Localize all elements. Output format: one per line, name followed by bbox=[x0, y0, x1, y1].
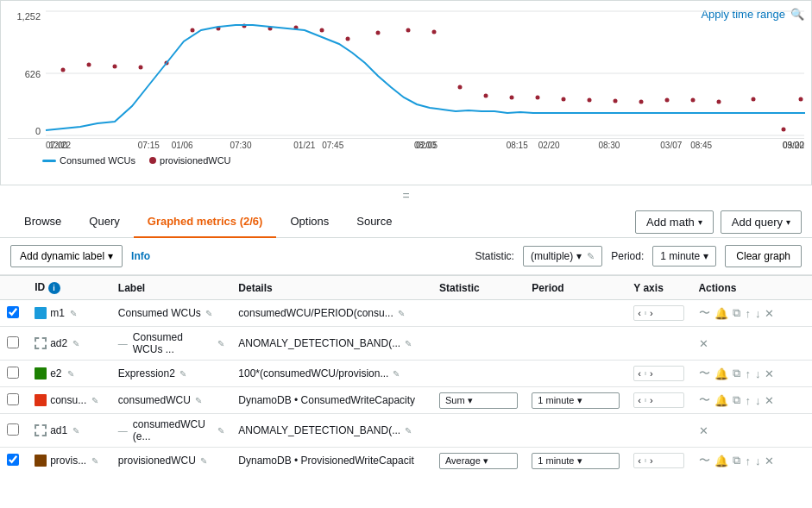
math-icon[interactable]: 〜 bbox=[698, 392, 711, 409]
arrow-down-icon[interactable]: ↓ bbox=[754, 454, 762, 468]
svg-point-5 bbox=[113, 65, 117, 69]
legend-consumed-wcus: Consumed WCUs bbox=[42, 155, 135, 166]
id-edit-icon[interactable]: ✎ bbox=[72, 339, 79, 348]
label-edit-icon[interactable]: ✎ bbox=[195, 396, 202, 405]
main-chart-svg bbox=[46, 11, 804, 136]
copy-icon[interactable]: ⧉ bbox=[732, 392, 741, 408]
arrow-up-icon[interactable]: ↑ bbox=[744, 393, 752, 408]
row-action-icons: 〜🔔⧉↑↓✕ bbox=[698, 392, 805, 409]
close-icon[interactable]: ✕ bbox=[698, 423, 709, 438]
copy-icon[interactable]: ⧉ bbox=[732, 366, 741, 381]
row-action-icons: 〜🔔⧉↑↓✕ bbox=[698, 304, 805, 322]
yaxis-right-icon: › bbox=[646, 393, 657, 407]
svg-point-23 bbox=[588, 98, 592, 103]
bell-icon[interactable]: 🔔 bbox=[714, 393, 729, 408]
id-info-icon: i bbox=[48, 282, 60, 294]
row-period-select[interactable]: 1 minute▾ bbox=[532, 392, 620, 409]
row-action-icons: ✕ bbox=[698, 423, 805, 438]
label-edit-icon[interactable]: ✎ bbox=[217, 339, 224, 348]
browse-tab[interactable]: Browse bbox=[10, 206, 75, 238]
label-edit-icon[interactable]: ✎ bbox=[205, 309, 212, 318]
id-edit-icon[interactable]: ✎ bbox=[91, 396, 98, 405]
row-checkbox[interactable] bbox=[7, 306, 19, 318]
table-row: ad2✎—Consumed WCUs ...✎ANOMALY_DETECTION… bbox=[0, 327, 812, 361]
row-statistic-select[interactable]: Sum▾ bbox=[439, 392, 518, 409]
arrow-up-icon[interactable]: ↑ bbox=[744, 306, 752, 321]
graphed-metrics-tab[interactable]: Graphed metrics (2/6) bbox=[134, 206, 277, 238]
math-icon[interactable]: 〜 bbox=[698, 365, 711, 382]
label-edit-icon[interactable]: ✎ bbox=[217, 426, 224, 436]
bell-icon[interactable]: 🔔 bbox=[714, 454, 729, 468]
period-label: Period: bbox=[611, 250, 644, 262]
row-label-text: Consumed WCUs bbox=[118, 307, 201, 319]
col-header-label: Label bbox=[111, 276, 232, 300]
copy-icon[interactable]: ⧉ bbox=[732, 453, 741, 468]
label-edit-icon[interactable]: ✎ bbox=[179, 369, 186, 379]
row-details-text: ANOMALY_DETECTION_BAND(... bbox=[238, 424, 400, 436]
row-label-text: consumedWCU bbox=[118, 394, 191, 406]
row-yaxis-widget[interactable]: ‹› bbox=[633, 453, 684, 468]
label-edit-icon[interactable]: ✎ bbox=[200, 456, 207, 466]
row-checkbox[interactable] bbox=[7, 423, 19, 436]
id-edit-icon[interactable]: ✎ bbox=[70, 309, 77, 318]
bell-icon[interactable]: 🔔 bbox=[714, 367, 729, 381]
tabs-left: Browse Query Graphed metrics (2/6) Optio… bbox=[10, 206, 406, 237]
arrow-down-icon[interactable]: ↓ bbox=[754, 393, 762, 408]
row-checkbox[interactable] bbox=[7, 336, 19, 348]
add-dynamic-label-button[interactable]: Add dynamic label ▾ bbox=[10, 245, 123, 267]
details-edit-icon[interactable]: ✎ bbox=[398, 309, 405, 318]
row-yaxis-widget[interactable]: ‹› bbox=[633, 392, 684, 408]
details-edit-icon[interactable]: ✎ bbox=[393, 369, 400, 379]
id-edit-icon[interactable]: ✎ bbox=[72, 426, 79, 436]
row-checkbox[interactable] bbox=[7, 454, 19, 466]
legend-line-icon bbox=[42, 160, 56, 162]
yaxis-left-icon: ‹ bbox=[634, 393, 645, 407]
arrow-up-icon[interactable]: ↑ bbox=[744, 454, 752, 468]
info-link[interactable]: Info bbox=[131, 250, 150, 262]
legend-provisioned-wcu: provisionedWCU bbox=[149, 155, 231, 166]
statistic-select[interactable]: (multiple) ▾ ✎ bbox=[523, 246, 602, 267]
metrics-table: ID i Label Details Statistic Period Y ax… bbox=[0, 275, 812, 474]
clear-graph-button[interactable]: Clear graph bbox=[725, 245, 802, 267]
close-icon[interactable]: ✕ bbox=[764, 367, 775, 381]
query-tab[interactable]: Query bbox=[75, 206, 133, 238]
period-select-global[interactable]: 1 minute ▾ bbox=[652, 246, 716, 267]
arrow-down-icon[interactable]: ↓ bbox=[754, 367, 762, 381]
math-icon[interactable]: 〜 bbox=[698, 304, 711, 322]
details-edit-icon[interactable]: ✎ bbox=[405, 339, 412, 348]
add-math-button[interactable]: Add math ▾ bbox=[635, 210, 714, 234]
source-tab[interactable]: Source bbox=[343, 206, 406, 238]
svg-point-20 bbox=[510, 96, 514, 100]
options-tab[interactable]: Options bbox=[276, 206, 343, 238]
close-icon[interactable]: ✕ bbox=[698, 336, 709, 351]
row-checkbox[interactable] bbox=[7, 393, 19, 405]
arrow-up-icon[interactable]: ↑ bbox=[744, 367, 752, 381]
math-icon[interactable]: 〜 bbox=[698, 452, 711, 469]
details-edit-icon[interactable]: ✎ bbox=[405, 426, 412, 436]
tabs-right: Add math ▾ Add query ▾ bbox=[635, 210, 802, 234]
close-icon[interactable]: ✕ bbox=[764, 454, 775, 468]
svg-point-15 bbox=[376, 31, 381, 35]
close-icon[interactable]: ✕ bbox=[764, 393, 775, 408]
row-statistic-select[interactable]: Average▾ bbox=[439, 453, 518, 469]
row-yaxis-widget[interactable]: ‹› bbox=[633, 305, 684, 321]
table-row: e2✎Expression2✎100*(consumedWCU/provisio… bbox=[0, 361, 812, 387]
arrow-down-icon[interactable]: ↓ bbox=[754, 306, 762, 321]
bell-icon[interactable]: 🔔 bbox=[714, 306, 729, 321]
close-icon[interactable]: ✕ bbox=[764, 306, 775, 321]
row-yaxis-widget[interactable]: ‹› bbox=[633, 366, 684, 381]
svg-point-18 bbox=[458, 85, 463, 90]
x-time-0745: 07:45 bbox=[322, 141, 343, 150]
col-header-id: ID i bbox=[28, 276, 111, 300]
x-time-0800: 08:00 bbox=[414, 141, 436, 150]
yaxis-left-icon: ‹ bbox=[634, 454, 645, 467]
row-details-text: DynamoDB • ConsumedWriteCapacity bbox=[238, 394, 415, 406]
yaxis-left-icon: ‹ bbox=[634, 306, 645, 320]
dash-prefix: — bbox=[118, 425, 128, 436]
row-period-select[interactable]: 1 minute▾ bbox=[532, 453, 620, 469]
copy-icon[interactable]: ⧉ bbox=[732, 305, 741, 321]
id-edit-icon[interactable]: ✎ bbox=[67, 369, 74, 379]
add-query-button[interactable]: Add query ▾ bbox=[721, 210, 802, 234]
id-edit-icon[interactable]: ✎ bbox=[91, 456, 98, 466]
row-checkbox[interactable] bbox=[7, 367, 19, 379]
